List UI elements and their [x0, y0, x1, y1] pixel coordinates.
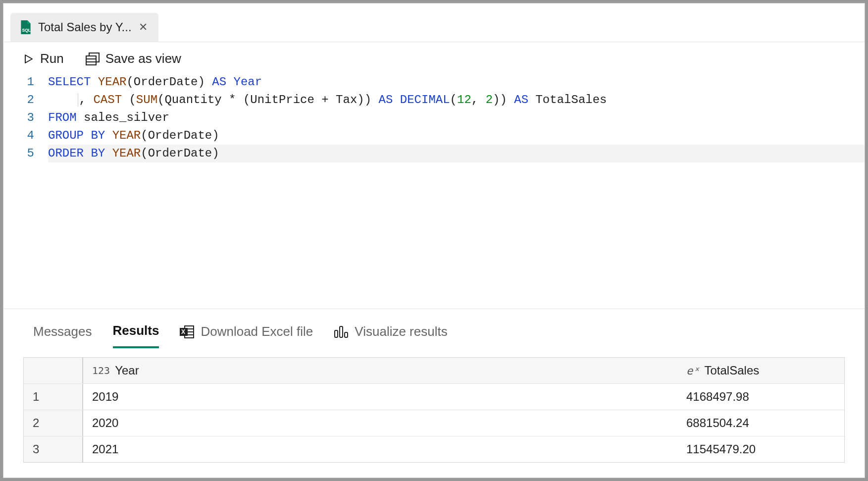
results-panel: Messages Results X Download Excel file: [3, 309, 865, 478]
column-name: TotalSales: [705, 364, 760, 377]
svg-rect-11: [335, 330, 338, 337]
line-number: 3: [3, 109, 34, 127]
save-as-view-label: Save as view: [105, 51, 181, 66]
svg-text:X: X: [181, 328, 185, 335]
cell-totalsales: 11545479.20: [677, 436, 844, 462]
query-toolbar: Run Save as view: [3, 42, 865, 71]
tab-bar: SQL Total Sales by Y... ✕: [3, 3, 865, 42]
numeric-type-icon: 123: [92, 365, 110, 376]
table-row[interactable]: 2 2020 6881504.24: [24, 410, 844, 436]
cell-totalsales: 4168497.98: [677, 384, 844, 410]
results-grid: 123 Year eˣ TotalSales 1 2019 4168497.98…: [23, 357, 845, 463]
line-number: 5: [3, 145, 34, 162]
sql-file-icon: SQL: [19, 20, 32, 35]
line-number: 1: [3, 73, 34, 91]
row-number: 3: [24, 436, 83, 462]
app-window: SQL Total Sales by Y... ✕ Run S: [3, 3, 865, 478]
line-gutter: 1 2 3 4 5: [3, 73, 48, 162]
svg-rect-13: [345, 332, 348, 337]
cell-totalsales: 6881504.24: [677, 410, 844, 436]
column-header-year[interactable]: 123 Year: [83, 358, 677, 383]
close-icon[interactable]: ✕: [138, 21, 149, 34]
run-button[interactable]: Run: [22, 51, 64, 66]
visualize-results-label: Visualize results: [355, 324, 447, 339]
excel-icon: X: [180, 325, 195, 339]
tab-messages-label: Messages: [33, 324, 92, 339]
editor-empty-space[interactable]: [3, 162, 865, 309]
line-number: 4: [3, 127, 34, 145]
svg-text:SQL: SQL: [22, 28, 31, 33]
tab-label: Total Sales by Y...: [38, 20, 132, 34]
cell-year: 2019: [83, 384, 677, 410]
tab-results[interactable]: Results: [113, 323, 159, 348]
sql-editor[interactable]: 1 2 3 4 5 SELECT YEAR(OrderDate) AS Year…: [3, 71, 865, 162]
run-label: Run: [40, 51, 64, 66]
download-excel-label: Download Excel file: [201, 324, 313, 339]
row-number: 2: [24, 410, 83, 436]
cell-year: 2021: [83, 436, 677, 462]
download-excel-button[interactable]: X Download Excel file: [180, 324, 313, 347]
grid-corner: [24, 358, 83, 383]
save-as-view-button[interactable]: Save as view: [86, 51, 181, 66]
tab-sql-query[interactable]: SQL Total Sales by Y... ✕: [10, 13, 158, 42]
save-view-icon: [86, 53, 100, 65]
svg-rect-12: [340, 326, 343, 337]
chart-icon: [334, 325, 349, 338]
tab-results-label: Results: [113, 323, 159, 338]
row-number: 1: [24, 384, 83, 410]
decimal-type-icon: eˣ: [686, 365, 700, 377]
tab-messages[interactable]: Messages: [33, 324, 92, 347]
visualize-results-button[interactable]: Visualize results: [334, 324, 447, 347]
results-tab-bar: Messages Results X Download Excel file: [3, 309, 865, 348]
play-icon: [22, 53, 34, 65]
code-area[interactable]: SELECT YEAR(OrderDate) AS Year , CAST (S…: [48, 73, 865, 162]
cell-year: 2020: [83, 410, 677, 436]
column-name: Year: [115, 364, 139, 377]
table-row[interactable]: 3 2021 11545479.20: [24, 436, 844, 462]
table-row[interactable]: 1 2019 4168497.98: [24, 384, 844, 410]
svg-rect-2: [86, 56, 96, 65]
column-header-totalsales[interactable]: eˣ TotalSales: [677, 358, 844, 383]
grid-header-row: 123 Year eˣ TotalSales: [24, 358, 844, 384]
line-number: 2: [3, 91, 34, 109]
